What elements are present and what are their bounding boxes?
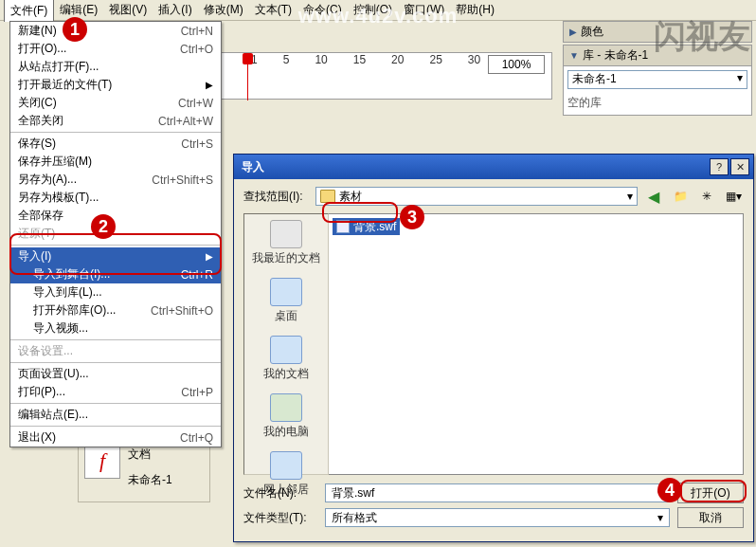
menu-text[interactable]: 文本(T) bbox=[249, 0, 297, 21]
mi-open-ext-lib[interactable]: 打开外部库(O)...Ctrl+Shift+O bbox=[10, 301, 221, 319]
look-in-value: 素材 bbox=[339, 189, 362, 205]
look-in-combo[interactable]: 素材 ▾ bbox=[315, 187, 638, 206]
dialog-titlebar[interactable]: 导入 ? ✕ bbox=[234, 155, 753, 179]
recent-icon bbox=[270, 220, 302, 248]
filename-combo[interactable]: 背景.swf▾ bbox=[325, 483, 670, 502]
playhead[interactable] bbox=[247, 53, 248, 100]
place-mydocs[interactable]: 我的文档 bbox=[248, 336, 324, 382]
mi-open-site[interactable]: 从站点打开(F)... bbox=[10, 58, 221, 76]
place-recent[interactable]: 我最近的文档 bbox=[248, 220, 324, 266]
new-folder-icon[interactable]: ✳ bbox=[696, 187, 717, 206]
menu-file[interactable]: 文件(F) bbox=[4, 0, 54, 22]
file-area: 我最近的文档 桌面 我的文档 我的电脑 网上邻居 背景.swf bbox=[243, 213, 744, 475]
menu-window[interactable]: 窗口(W) bbox=[398, 0, 450, 21]
look-in-row: 查找范围(I): 素材 ▾ ◀ 📁 ✳ ▦▾ bbox=[243, 185, 744, 208]
file-menu-dropdown: 新建(N)Ctrl+N 打开(O)...Ctrl+O 从站点打开(F)... 打… bbox=[9, 21, 222, 447]
menubar: 文件(F) 编辑(E) 视图(V) 插入(I) 修改(M) 文本(T) 命令(C… bbox=[0, 0, 756, 21]
filetype-label: 文件类型(T): bbox=[243, 510, 317, 526]
mi-revert: 还原(T) bbox=[10, 225, 221, 243]
mi-close[interactable]: 关闭(C)Ctrl+W bbox=[10, 94, 221, 112]
chevron-down-icon: ▾ bbox=[737, 71, 743, 84]
panel-title: 库 - 未命名-1 bbox=[583, 47, 648, 64]
help-button[interactable]: ? bbox=[710, 158, 729, 175]
look-in-label: 查找范围(I): bbox=[243, 189, 310, 205]
flash-doc-icon: f bbox=[84, 443, 120, 479]
filetype-combo[interactable]: 所有格式▾ bbox=[325, 508, 670, 527]
up-folder-icon[interactable]: 📁 bbox=[670, 187, 691, 206]
views-icon[interactable]: ▦▾ bbox=[723, 187, 744, 206]
places-bar: 我最近的文档 桌面 我的文档 我的电脑 网上邻居 bbox=[243, 213, 329, 475]
chevron-down-icon: ▾ bbox=[627, 190, 633, 203]
place-label: 我的文档 bbox=[263, 367, 309, 380]
mi-save-template[interactable]: 另存为模板(T)... bbox=[10, 189, 221, 207]
open-button[interactable]: 打开(O) bbox=[677, 483, 744, 503]
chevron-right-icon: ▶ bbox=[206, 251, 213, 262]
place-desktop[interactable]: 桌面 bbox=[248, 278, 324, 324]
filename-label: 文件名(N): bbox=[243, 485, 317, 501]
dialog-title: 导入 bbox=[238, 159, 708, 175]
menu-view[interactable]: 视图(V) bbox=[103, 0, 153, 21]
mi-open[interactable]: 打开(O)...Ctrl+O bbox=[10, 40, 221, 58]
mi-import[interactable]: 导入(I)▶ bbox=[10, 247, 221, 265]
select-value: 未命名-1 bbox=[572, 72, 617, 85]
frame-num: 30 bbox=[468, 53, 480, 68]
menu-help[interactable]: 帮助(H) bbox=[450, 0, 500, 21]
mi-import-stage[interactable]: 导入到舞台(I)...Ctrl+R bbox=[10, 265, 221, 283]
panel-library[interactable]: ▼库 - 未命名-1 bbox=[563, 45, 752, 66]
mi-save-all[interactable]: 全部保存 bbox=[10, 207, 221, 225]
mi-import-video[interactable]: 导入视频... bbox=[10, 319, 221, 337]
network-icon bbox=[270, 451, 302, 480]
menu-modify[interactable]: 修改(M) bbox=[198, 0, 249, 21]
mi-save-as[interactable]: 另存为(A)...Ctrl+Shift+S bbox=[10, 171, 221, 189]
swf-file-icon bbox=[336, 220, 350, 233]
annotation-marker-4: 4 bbox=[657, 478, 682, 502]
annotation-marker-2: 2 bbox=[91, 214, 116, 239]
panel-title: 颜色 bbox=[581, 24, 603, 40]
library-body: 未命名-1▾ 空的库 bbox=[563, 66, 752, 116]
frame-num: 10 bbox=[315, 53, 327, 68]
mi-edit-sites[interactable]: 编辑站点(E)... bbox=[10, 406, 221, 424]
filetype-value: 所有格式 bbox=[332, 510, 377, 526]
place-label: 我最近的文档 bbox=[252, 251, 320, 264]
panel-color[interactable]: ▶颜色 bbox=[563, 21, 752, 43]
mi-print[interactable]: 打印(P)...Ctrl+P bbox=[10, 383, 221, 401]
mi-exit[interactable]: 退出(X)Ctrl+Q bbox=[10, 428, 221, 447]
file-listing[interactable]: 背景.swf bbox=[329, 213, 744, 475]
chevron-right-icon: ▶ bbox=[206, 80, 213, 90]
mydocs-icon bbox=[270, 336, 302, 364]
mi-save[interactable]: 保存(S)Ctrl+S bbox=[10, 135, 221, 153]
mi-device-settings: 设备设置... bbox=[10, 342, 221, 360]
mi-close-all[interactable]: 全部关闭Ctrl+Alt+W bbox=[10, 112, 221, 130]
chevron-down-icon: ▼ bbox=[569, 50, 579, 61]
menu-control[interactable]: 控制(O) bbox=[348, 0, 398, 21]
menu-insert[interactable]: 插入(I) bbox=[153, 0, 197, 21]
annotation-marker-1: 1 bbox=[63, 17, 87, 42]
back-icon[interactable]: ◀ bbox=[643, 187, 664, 206]
mi-import-library[interactable]: 导入到库(L)... bbox=[10, 283, 221, 301]
frame-num: 25 bbox=[429, 53, 441, 68]
annotation-marker-3: 3 bbox=[400, 205, 424, 229]
file-item[interactable]: 背景.swf bbox=[333, 218, 400, 235]
library-doc-select[interactable]: 未命名-1▾ bbox=[567, 70, 747, 89]
right-panels: ▶颜色 ▼库 - 未命名-1 未命名-1▾ 空的库 bbox=[563, 21, 752, 116]
mi-page-setup[interactable]: 页面设置(U)... bbox=[10, 365, 221, 383]
place-label: 桌面 bbox=[275, 309, 297, 322]
cancel-button[interactable]: 取消 bbox=[677, 507, 744, 528]
frame-num: 20 bbox=[391, 53, 404, 68]
library-empty-label: 空的库 bbox=[567, 95, 747, 111]
chevron-down-icon: ▾ bbox=[657, 511, 663, 524]
mi-open-recent[interactable]: 打开最近的文件(T)▶ bbox=[10, 76, 221, 94]
mi-save-compress[interactable]: 保存并压缩(M) bbox=[10, 153, 221, 171]
computer-icon bbox=[270, 393, 302, 422]
place-label: 我的电脑 bbox=[263, 425, 309, 438]
frame-num: 15 bbox=[353, 53, 366, 68]
app-root: 文件(F) 编辑(E) 视图(V) 插入(I) 修改(M) 文本(T) 命令(C… bbox=[0, 0, 756, 547]
filename-value: 背景.swf bbox=[332, 485, 374, 501]
close-button[interactable]: ✕ bbox=[730, 158, 749, 175]
zoom-input[interactable]: 100% bbox=[488, 55, 545, 74]
mi-new[interactable]: 新建(N)Ctrl+N bbox=[10, 22, 221, 40]
frame-num: 5 bbox=[283, 53, 290, 68]
menu-command[interactable]: 命令(C) bbox=[297, 0, 348, 21]
place-mycomputer[interactable]: 我的电脑 bbox=[248, 393, 324, 440]
desktop-icon bbox=[270, 278, 302, 306]
